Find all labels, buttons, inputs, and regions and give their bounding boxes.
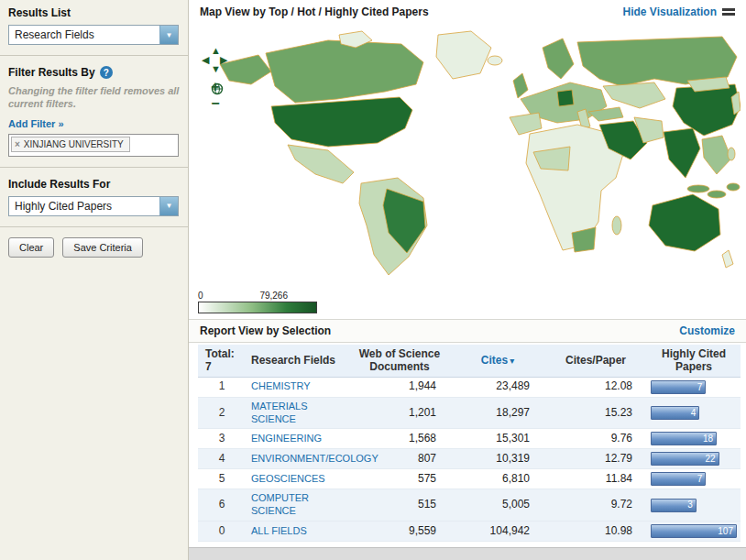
sidebar-divider <box>0 55 188 56</box>
table-row: 6COMPUTER SCIENCE5155,0059.723 <box>198 489 741 522</box>
sort-desc-icon: ▾ <box>510 356 514 366</box>
remove-filter-icon[interactable]: × <box>15 139 20 149</box>
research-field-link[interactable]: ENGINEERING <box>251 433 322 444</box>
column-header-cites[interactable]: Cites▾ <box>451 345 544 377</box>
map-zoom-control[interactable]: + − <box>207 81 224 110</box>
filter-tag: × XINJIANG UNIVERSITY <box>11 137 130 152</box>
hcp-cell: 4 <box>647 397 741 429</box>
hcp-cell: 107 <box>647 521 741 541</box>
save-criteria-button[interactable]: Save Criteria <box>62 237 143 258</box>
map-view-header: Map View by Top / Hot / Highly Cited Pap… <box>189 0 746 24</box>
report-table: Total: 7 Research Fields Web of Science … <box>198 345 741 542</box>
cites-per-paper-cell: 12.08 <box>544 377 647 397</box>
pan-right-icon[interactable]: ▶ <box>220 55 227 65</box>
cites-per-paper-cell: 9.72 <box>544 489 647 522</box>
report-view-title: Report View by Selection <box>200 324 331 337</box>
hcp-value: 4 <box>691 408 697 419</box>
rank-cell: 3 <box>198 429 246 449</box>
report-view-header: Report View by Selection Customize <box>189 319 746 343</box>
map-view-title: Map View by Top / Hot / Highly Cited Pap… <box>200 5 429 18</box>
cites-cell: 5,005 <box>451 489 544 522</box>
world-map[interactable]: ▲ ◀ ▶ ▼ + − 0 79,266 <box>189 24 746 319</box>
column-header-research-fields[interactable]: Research Fields <box>246 345 348 377</box>
cites-cell: 10,319 <box>451 449 544 469</box>
field-cell: CHEMISTRY <box>246 377 348 397</box>
customize-link[interactable]: Customize <box>679 324 735 337</box>
documents-cell: 515 <box>348 489 451 522</box>
documents-cell: 9,559 <box>348 521 451 541</box>
table-row: 4ENVIRONMENT/ECOLOGY80710,31912.7922 <box>198 449 741 469</box>
rank-cell: 0 <box>198 521 246 541</box>
table-row: 3ENGINEERING1,56815,3019.7618 <box>198 429 741 449</box>
sidebar-divider <box>0 226 188 227</box>
results-list-select[interactable]: Research Fields ▼ <box>8 25 179 45</box>
filter-tag-label: XINJIANG UNIVERSITY <box>24 139 124 149</box>
research-field-link[interactable]: ENVIRONMENT/ECOLOGY <box>251 453 378 464</box>
hide-visualization-icon[interactable] <box>722 6 735 17</box>
map-pan-control[interactable]: ▲ ◀ ▶ ▼ <box>202 46 231 75</box>
total-value: 7 <box>205 360 240 373</box>
hcp-cell: 7 <box>647 469 741 489</box>
cites-per-paper-cell: 10.98 <box>544 521 647 541</box>
pan-left-icon[interactable]: ◀ <box>202 55 209 65</box>
map-legend: 0 79,266 <box>198 291 317 313</box>
hcp-value: 107 <box>718 526 733 537</box>
filter-input-box[interactable]: × XINJIANG UNIVERSITY <box>8 134 179 157</box>
results-list-selected-value: Research Fields <box>9 28 159 41</box>
rank-cell: 5 <box>198 469 246 489</box>
cites-per-paper-cell: 15.23 <box>544 397 647 429</box>
research-field-link[interactable]: COMPUTER SCIENCE <box>251 492 309 516</box>
hcp-cell: 18 <box>647 429 741 449</box>
pan-down-icon[interactable]: ▼ <box>211 64 221 74</box>
documents-cell: 1,201 <box>348 397 451 429</box>
table-total-row: 0ALL FIELDS9,559104,94210.98107 <box>198 521 741 541</box>
legend-min-label: 0 <box>198 291 203 301</box>
field-cell: ENGINEERING <box>246 429 348 449</box>
total-label: Total: <box>205 347 240 360</box>
filter-note-text: Changing the filter field removes all cu… <box>8 84 180 111</box>
bottom-scrollbar-track[interactable] <box>189 547 746 560</box>
hcp-bar: 7 <box>651 472 706 486</box>
column-header-highly-cited[interactable]: Highly Cited Papers <box>647 345 741 377</box>
include-results-title: Include Results For <box>8 178 180 191</box>
cites-cell: 18,297 <box>451 397 544 429</box>
dropdown-arrow-icon[interactable]: ▼ <box>159 26 178 44</box>
rank-cell: 1 <box>198 377 246 397</box>
research-field-link[interactable]: GEOSCIENCES <box>251 473 325 484</box>
cites-per-paper-cell: 12.79 <box>544 449 647 469</box>
cites-cell: 104,942 <box>451 521 544 541</box>
field-cell: ENVIRONMENT/ECOLOGY <box>246 449 348 469</box>
clear-button[interactable]: Clear <box>8 237 54 258</box>
include-results-selected-value: Highly Cited Papers <box>9 200 159 213</box>
research-field-link[interactable]: ALL FIELDS <box>251 525 307 536</box>
hcp-bar: 4 <box>651 406 699 420</box>
hcp-bar: 18 <box>651 432 717 445</box>
sidebar: Results List Research Fields ▼ Filter Re… <box>0 0 189 560</box>
column-header-cites-per-paper[interactable]: Cites/Paper <box>544 345 647 377</box>
cites-per-paper-cell: 9.76 <box>544 429 647 449</box>
help-icon[interactable]: ? <box>100 66 113 79</box>
cites-sort-link[interactable]: Cites <box>481 354 508 367</box>
map-continent-oceania <box>649 194 733 268</box>
documents-cell: 1,568 <box>348 429 451 449</box>
table-row: 1CHEMISTRY1,94423,48912.087 <box>198 377 741 397</box>
rank-cell: 6 <box>198 489 246 522</box>
cites-cell: 15,301 <box>451 429 544 449</box>
hcp-bar: 7 <box>651 380 706 394</box>
hcp-bar: 22 <box>651 452 719 466</box>
research-field-link[interactable]: CHEMISTRY <box>251 380 311 391</box>
table-header-row: Total: 7 Research Fields Web of Science … <box>198 345 741 377</box>
sidebar-divider <box>0 167 188 168</box>
zoom-out-button[interactable]: − <box>211 97 219 110</box>
hcp-value: 18 <box>703 434 713 445</box>
filter-results-title: Filter Results By <box>8 66 95 79</box>
research-field-link[interactable]: MATERIALS SCIENCE <box>251 401 308 424</box>
main-content: Map View by Top / Hot / Highly Cited Pap… <box>189 0 746 560</box>
include-results-select[interactable]: Highly Cited Papers ▼ <box>8 196 179 216</box>
dropdown-arrow-icon[interactable]: ▼ <box>159 197 178 215</box>
add-filter-link[interactable]: Add Filter » <box>8 118 64 129</box>
column-header-documents[interactable]: Web of Science Documents <box>348 345 451 377</box>
hide-visualization-link[interactable]: Hide Visualization <box>623 5 717 18</box>
world-map-svg <box>192 26 741 282</box>
cites-per-paper-cell: 11.84 <box>544 469 647 489</box>
